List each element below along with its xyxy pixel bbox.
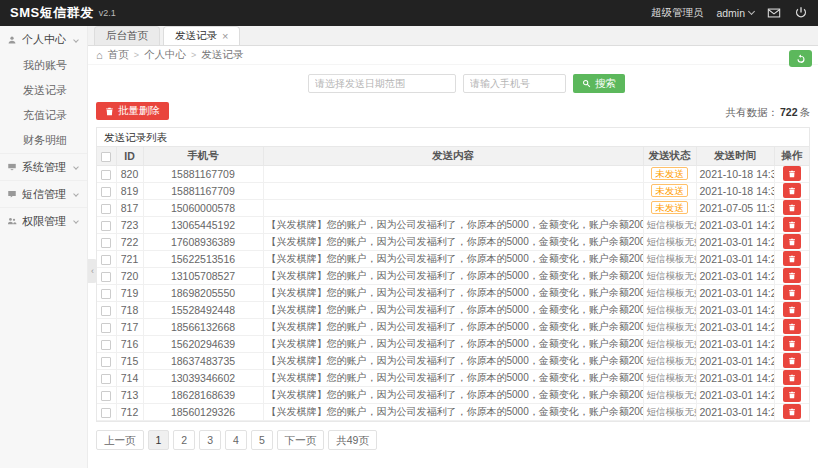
cell-actions	[774, 165, 809, 182]
sidebar-submenu: 我的账号 发送记录 充值记录 财务明细	[0, 53, 87, 153]
row-checkbox[interactable]	[101, 170, 111, 180]
brand-title: SMS短信群发	[10, 4, 94, 22]
user-menu[interactable]: admin	[716, 7, 754, 19]
breadcrumb-home[interactable]: 首页	[108, 48, 129, 62]
page-button-3[interactable]: 3	[199, 430, 221, 450]
delete-button[interactable]	[783, 251, 801, 266]
table-row: 719 18698205550 【兴发棋牌】您的账户，因为公司发福利了，你原本的…	[97, 284, 809, 301]
delete-button[interactable]	[783, 217, 801, 232]
delete-button[interactable]	[783, 319, 801, 334]
cell-checkbox	[97, 284, 116, 301]
select-all-checkbox[interactable]	[101, 152, 111, 162]
sidebar-item-sms-management[interactable]: 短信管理	[0, 180, 87, 207]
delete-button[interactable]	[783, 404, 801, 419]
cell-status: 短信模板无效	[643, 301, 696, 318]
power-icon[interactable]	[794, 6, 808, 20]
tab-label: 后台首页	[106, 29, 148, 43]
batch-delete-button[interactable]: 批量删除	[96, 102, 169, 120]
page-button-1[interactable]: 1	[148, 430, 170, 450]
row-checkbox[interactable]	[101, 357, 111, 367]
status-badge: 短信模板无效	[647, 236, 697, 247]
cell-phone: 13039346602	[143, 369, 263, 386]
sidebar-item-personal-center[interactable]: 个人中心	[0, 26, 87, 53]
mail-icon[interactable]	[767, 6, 781, 20]
cell-phone: 15528492448	[143, 301, 263, 318]
page-button-2[interactable]: 2	[173, 430, 195, 450]
cell-status: 短信模板无效	[643, 369, 696, 386]
cell-content	[263, 199, 643, 216]
table-row: 715 18637483735 【兴发棋牌】您的账户，因为公司发福利了，你原本的…	[97, 352, 809, 369]
page-prev-button[interactable]: 上一页	[96, 430, 144, 450]
cell-content: 【兴发棋牌】您的账户，因为公司发福利了，你原本的5000，金额变化，账户余额20…	[263, 233, 643, 250]
refresh-button[interactable]	[789, 50, 812, 67]
row-checkbox[interactable]	[101, 255, 111, 265]
cell-content: 【兴发棋牌】您的账户，因为公司发福利了，你原本的5000，金额变化，账户余额20…	[263, 403, 643, 420]
trash-icon	[788, 238, 796, 246]
cell-status: 短信模板无效	[643, 216, 696, 233]
row-checkbox[interactable]	[101, 289, 111, 299]
delete-button[interactable]	[783, 234, 801, 249]
breadcrumb-personal-center[interactable]: 个人中心	[144, 48, 186, 62]
sidebar-collapse-handle[interactable]: ‹	[88, 259, 97, 283]
cell-time: 2021-03-01 14:25:29	[696, 284, 774, 301]
delete-button[interactable]	[783, 370, 801, 385]
sidebar-item-label: 权限管理	[22, 214, 69, 229]
row-checkbox[interactable]	[101, 306, 111, 316]
row-checkbox[interactable]	[101, 221, 111, 231]
cell-actions	[774, 369, 809, 386]
delete-button[interactable]	[783, 200, 801, 215]
cell-id: 820	[116, 165, 143, 182]
cell-phone: 13105708527	[143, 267, 263, 284]
row-checkbox[interactable]	[101, 408, 111, 418]
close-icon[interactable]: ×	[222, 31, 228, 42]
search-button[interactable]: 搜索	[573, 74, 625, 93]
status-badge: 未发送	[651, 201, 688, 214]
page-button-4[interactable]: 4	[225, 430, 247, 450]
table-row: 717 18566132668 【兴发棋牌】您的账户，因为公司发福利了，你原本的…	[97, 318, 809, 335]
delete-button[interactable]	[783, 336, 801, 351]
cell-status: 未发送	[643, 182, 696, 199]
row-checkbox[interactable]	[101, 272, 111, 282]
cell-id: 719	[116, 284, 143, 301]
row-checkbox[interactable]	[101, 238, 111, 248]
sidebar-item-recharge-records[interactable]: 充值记录	[0, 103, 87, 128]
phone-input[interactable]	[463, 74, 566, 93]
sidebar-item-permission-management[interactable]: 权限管理	[0, 207, 87, 234]
row-checkbox[interactable]	[101, 391, 111, 401]
delete-button[interactable]	[783, 166, 801, 181]
page-button-5[interactable]: 5	[251, 430, 273, 450]
sidebar-item-system-management[interactable]: 系统管理	[0, 153, 87, 180]
row-checkbox[interactable]	[101, 323, 111, 333]
page-next-button[interactable]: 下一页	[277, 430, 325, 450]
cell-checkbox	[97, 335, 116, 352]
cell-phone: 13065445192	[143, 216, 263, 233]
row-checkbox[interactable]	[101, 187, 111, 197]
sidebar-item-send-records[interactable]: 发送记录	[0, 78, 87, 103]
sidebar-item-my-account[interactable]: 我的账号	[0, 53, 87, 78]
trash-icon	[788, 408, 796, 416]
breadcrumb-separator: >	[191, 50, 196, 60]
table-row: 723 13065445192 【兴发棋牌】您的账户，因为公司发福利了，你原本的…	[97, 216, 809, 233]
cell-content: 【兴发棋牌】您的账户，因为公司发福利了，你原本的5000，金额变化，账户余额20…	[263, 216, 643, 233]
row-checkbox[interactable]	[101, 340, 111, 350]
date-range-input[interactable]	[308, 74, 456, 93]
cell-checkbox	[97, 250, 116, 267]
tab-send-records[interactable]: 发送记录 ×	[163, 26, 240, 45]
record-count: 共有数据：722条	[725, 106, 810, 120]
row-checkbox[interactable]	[101, 204, 111, 214]
delete-button[interactable]	[783, 387, 801, 402]
cell-actions	[774, 318, 809, 335]
sidebar-item-label: 个人中心	[22, 32, 69, 47]
delete-button[interactable]	[783, 268, 801, 283]
cell-phone: 15620294639	[143, 335, 263, 352]
delete-button[interactable]	[783, 302, 801, 317]
delete-button[interactable]	[783, 183, 801, 198]
delete-button[interactable]	[783, 285, 801, 300]
row-checkbox[interactable]	[101, 374, 111, 384]
delete-button[interactable]	[783, 353, 801, 368]
sidebar-item-finance-details[interactable]: 财务明细	[0, 128, 87, 153]
chevron-icon	[73, 218, 79, 224]
main-content: ‹ 后台首页 发送记录 × ⌂ 首页 > 个人中心 > 发送记录	[88, 26, 818, 468]
cell-actions	[774, 199, 809, 216]
tab-home[interactable]: 后台首页	[94, 26, 160, 45]
